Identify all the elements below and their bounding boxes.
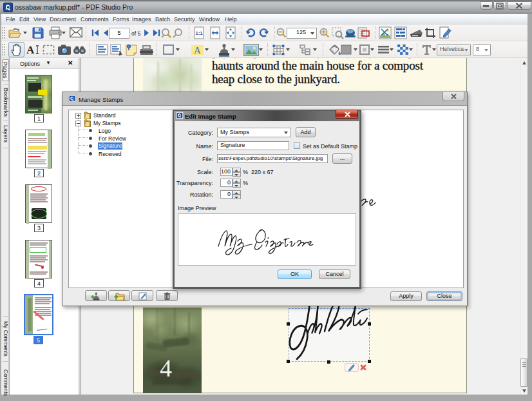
svg-text:1:1: 1:1: [195, 30, 203, 36]
svg-text:A: A: [194, 45, 201, 55]
svg-text:A: A: [26, 44, 35, 56]
